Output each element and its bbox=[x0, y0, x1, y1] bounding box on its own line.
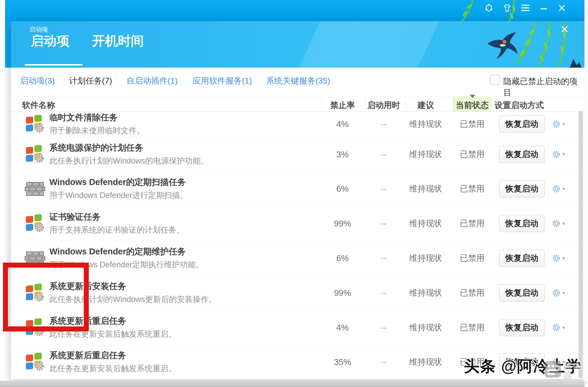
window-bottom-edge bbox=[0, 381, 588, 387]
watermark-logo-domain: luyouqi.com bbox=[563, 380, 588, 385]
ban-rate-value: 35% bbox=[323, 357, 362, 367]
restore-startup-button[interactable]: 恢复启动 bbox=[499, 319, 544, 336]
item-name: 系统更新后重启任务 bbox=[49, 350, 126, 361]
item-name: Windows Defender的定期扫描任务 bbox=[49, 176, 186, 188]
app-icon bbox=[24, 179, 46, 199]
gear-icon bbox=[551, 288, 561, 298]
windows-task-icon bbox=[24, 352, 46, 372]
screen: 启动项 启动项 开机时间 ✕ 启动项(3) 计划任务(7) 自启动插件(1) 应… bbox=[0, 0, 588, 387]
settings-gear-dropdown[interactable]: ▾ bbox=[551, 323, 565, 333]
advice-value: 维持现状 bbox=[404, 322, 447, 333]
scrollbar-thumb[interactable] bbox=[579, 111, 583, 378]
main-window-titlebar bbox=[5, 0, 584, 21]
table-row: Windows Defender的定期维护任务 用于Windows Defend… bbox=[11, 241, 584, 276]
advice-value: 维持现状 bbox=[404, 149, 447, 160]
ban-rate-value: 4% bbox=[323, 119, 362, 129]
startup-time-value: -- bbox=[366, 149, 401, 159]
app-icon bbox=[24, 144, 46, 164]
startup-items-list: 临时文件清除任务 用于删除未使用临时文件。 4% -- 维持现状 已禁用 恢复启… bbox=[11, 21, 584, 379]
restore-startup-button[interactable]: 恢复启动 bbox=[499, 180, 544, 197]
ban-rate-value: 6% bbox=[323, 184, 362, 194]
window-right-edge bbox=[584, 0, 588, 387]
status-value: 已禁用 bbox=[453, 149, 492, 160]
chevron-down-icon: ▾ bbox=[562, 186, 565, 192]
status-value: 已禁用 bbox=[453, 218, 492, 229]
gear-icon bbox=[551, 253, 561, 263]
settings-gear-dropdown[interactable]: ▾ bbox=[551, 288, 565, 298]
advice-value: 维持现状 bbox=[404, 287, 447, 298]
table-row: Windows Defender的定期扫描任务 用于Windows Defend… bbox=[11, 171, 584, 206]
status-value: 已禁用 bbox=[453, 322, 492, 333]
router-logo-icon bbox=[544, 361, 561, 378]
advice-value: 维持现状 bbox=[404, 356, 447, 368]
gear-icon bbox=[551, 323, 561, 333]
windows-task-icon bbox=[24, 144, 46, 164]
skin-theme-icon[interactable] bbox=[502, 3, 512, 13]
startup-time-value: -- bbox=[366, 323, 401, 333]
advice-value: 维持现状 bbox=[404, 253, 447, 264]
scrollbar-track[interactable] bbox=[579, 111, 583, 378]
minimize-icon[interactable] bbox=[539, 3, 549, 13]
chevron-down-icon: ▾ bbox=[562, 255, 565, 261]
item-description: 用于Windows Defender进行定期扫描。 bbox=[49, 190, 188, 201]
item-description: 用于删除未使用临时文件。 bbox=[49, 125, 145, 136]
item-description: 此任务执行计划的Windows的电源保护功能。 bbox=[49, 156, 209, 166]
settings-gear-dropdown[interactable]: ▾ bbox=[551, 184, 565, 194]
window-close-icon[interactable] bbox=[557, 3, 567, 13]
settings-gear-dropdown[interactable]: ▾ bbox=[551, 218, 565, 228]
chevron-down-icon: ▾ bbox=[562, 151, 565, 157]
restore-startup-button[interactable]: 恢复启动 bbox=[499, 116, 544, 133]
table-row: 系统更新后重启任务 此任务在更新安装后触发系统重启。 4% -- 维持现状 已禁… bbox=[11, 310, 584, 345]
status-value: 已禁用 bbox=[453, 253, 492, 264]
ban-rate-value: 6% bbox=[323, 253, 362, 263]
gear-icon bbox=[551, 218, 561, 228]
settings-gear-dropdown[interactable]: ▾ bbox=[551, 119, 565, 129]
item-name: 证书验证任务 bbox=[49, 211, 101, 223]
restore-startup-button[interactable]: 恢复启动 bbox=[499, 284, 544, 301]
advice-value: 维持现状 bbox=[404, 119, 447, 130]
status-value: 已禁用 bbox=[453, 183, 492, 194]
windows-task-icon bbox=[24, 213, 46, 233]
startup-time-value: -- bbox=[366, 288, 401, 298]
item-description: 用于支持系统的证书验证的计划任务。 bbox=[49, 225, 184, 235]
chevron-down-icon: ▾ bbox=[562, 121, 565, 127]
ban-rate-value: 3% bbox=[323, 149, 362, 159]
item-name: 临时文件清除任务 bbox=[49, 112, 118, 124]
app-icon bbox=[24, 114, 46, 134]
settings-gear-dropdown[interactable]: ▾ bbox=[551, 149, 565, 159]
app-icon bbox=[24, 352, 46, 372]
chevron-down-icon: ▾ bbox=[562, 290, 565, 296]
item-name: 系统电源保护的计划任务 bbox=[49, 142, 143, 154]
restore-startup-button[interactable]: 恢复启动 bbox=[499, 146, 544, 163]
advice-value: 维持现状 bbox=[404, 183, 447, 194]
watermark-logo-name: 路由器 bbox=[563, 361, 588, 380]
startup-time-value: -- bbox=[366, 219, 401, 228]
ban-rate-value: 4% bbox=[323, 323, 362, 333]
chevron-down-icon: ▾ bbox=[562, 221, 565, 227]
app-icon bbox=[24, 213, 46, 233]
chevron-down-icon: ▾ bbox=[562, 325, 565, 331]
main-window-left-edge bbox=[5, 21, 11, 68]
ban-rate-value: 99% bbox=[323, 219, 362, 228]
windows-task-icon bbox=[24, 114, 46, 134]
share-icon[interactable] bbox=[484, 3, 494, 13]
ban-rate-value: 99% bbox=[323, 288, 362, 298]
startup-time-value: -- bbox=[366, 357, 401, 367]
item-description: 此任务在更新安装后触发系统重启。 bbox=[49, 363, 176, 374]
menu-icon[interactable] bbox=[520, 3, 530, 13]
restore-startup-button[interactable]: 恢复启动 bbox=[499, 250, 544, 267]
startup-items-dialog: 启动项 启动项 开机时间 ✕ 启动项(3) 计划任务(7) 自启动插件(1) 应… bbox=[11, 21, 584, 379]
red-annotation-box bbox=[3, 263, 89, 331]
restore-startup-button[interactable]: 恢复启动 bbox=[499, 215, 544, 232]
gear-icon bbox=[551, 119, 561, 129]
item-name: Windows Defender的定期维护任务 bbox=[49, 246, 186, 258]
settings-gear-dropdown[interactable]: ▾ bbox=[551, 253, 565, 263]
startup-time-value: -- bbox=[366, 253, 401, 263]
startup-time-value: -- bbox=[366, 119, 401, 129]
advice-value: 维持现状 bbox=[404, 218, 447, 229]
watermark-logo: 路由器 luyouqi.com bbox=[544, 361, 588, 385]
table-row: 证书验证任务 用于支持系统的证书验证的计划任务。 99% -- 维持现状 已禁用… bbox=[11, 206, 584, 241]
startup-time-value: -- bbox=[366, 184, 401, 194]
table-row: 系统更新后安装任务 此任务执行计划的Windows更新后的安装操作。 99% -… bbox=[11, 276, 584, 311]
gear-icon bbox=[551, 184, 561, 194]
